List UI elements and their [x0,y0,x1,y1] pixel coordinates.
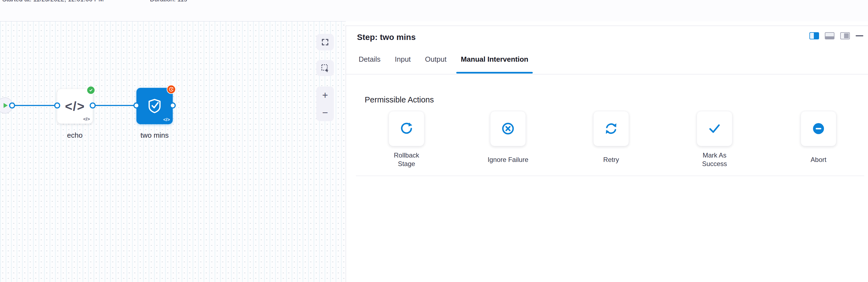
play-icon [4,103,8,108]
tab-input[interactable]: Input [395,54,411,64]
step-node-two-mins[interactable]: </> [136,88,173,124]
pipeline-execution-page: Started at: 11/25/2022, 12:01:00 PM Dura… [0,0,868,282]
zoom-controls[interactable]: + − [316,86,334,121]
tab-manual-intervention[interactable]: Manual Intervention [461,54,528,64]
started-at-text: Started at: 11/25/2022, 12:01:00 PM [2,0,104,3]
rollback-icon [399,121,414,136]
tab-output[interactable]: Output [425,54,446,64]
action-card[interactable] [593,111,629,146]
action-rollback-stage[interactable]: Rollback Stage [373,111,439,168]
action-label: Retry [603,151,619,168]
mark-success-icon [707,121,722,136]
section-divider [356,176,864,176]
action-card[interactable] [801,111,836,146]
zoom-out-button[interactable]: − [322,108,328,118]
step-tabs: Details Input Output Manual Intervention [359,54,528,64]
timeout-waiting-badge-icon [167,85,176,94]
abort-icon [811,121,826,136]
fit-to-screen-button[interactable] [316,34,334,50]
action-mark-as-success[interactable]: Mark As Success [682,111,747,168]
step-node-echo[interactable]: </> </> [57,89,93,124]
code-icon: </> [65,99,85,114]
link-start-to-echo [12,105,58,106]
layout-bottom-drawer-icon[interactable] [825,32,834,39]
expand-icon [321,38,329,46]
duration-text: Duration: 11s [150,0,187,3]
action-label: Abort [810,151,826,168]
panel-layout-controls [809,32,863,39]
permissible-actions-title: Permissible Actions [365,95,434,104]
connector-dot [170,103,176,109]
node-label-two-mins: two mins [127,131,182,140]
marquee-select-button[interactable] [316,60,334,76]
layout-split-right-icon[interactable] [809,32,819,39]
action-label: Rollback Stage [386,151,427,168]
action-card[interactable] [696,111,733,146]
retry-icon [604,121,618,136]
link-echo-to-two-mins [93,105,137,106]
pipeline-canvas[interactable]: </> </> </> echo two mins [0,21,346,282]
ignore-failure-icon [501,121,515,136]
action-ignore-failure[interactable]: Ignore Failure [475,111,541,168]
connector-dot [90,103,96,109]
action-card[interactable] [389,111,424,146]
connector-dot [9,103,15,109]
connector-dot [54,103,60,109]
execution-header-strip: Started at: 11/25/2022, 12:01:00 PM Dura… [0,0,868,21]
zoom-in-button[interactable]: + [322,90,328,100]
script-type-icon: </> [83,116,90,122]
node-label-echo: echo [47,131,102,140]
action-card[interactable] [490,111,526,146]
script-type-icon: </> [163,117,170,122]
panel-title: Step: two mins [357,32,415,42]
success-badge-icon [87,86,95,94]
shield-check-icon [146,97,163,115]
action-label: Mark As Success [694,151,735,168]
minimize-icon[interactable] [856,35,863,36]
marquee-select-icon [321,64,330,73]
action-label: Ignore Failure [488,151,528,168]
step-details-panel: Step: two mins Details Input Output Manu… [346,26,868,282]
connector-dot [133,103,140,109]
layout-right-drawer-icon[interactable] [840,32,850,39]
action-abort[interactable]: Abort [785,111,851,168]
tab-details[interactable]: Details [359,54,380,64]
action-retry[interactable]: Retry [578,111,644,168]
